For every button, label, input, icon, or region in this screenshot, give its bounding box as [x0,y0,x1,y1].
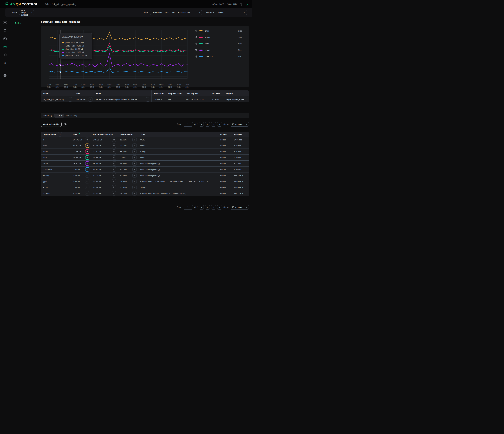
remove-series-button[interactable] [195,30,198,32]
plot-compression-button[interactable] [132,138,137,142]
header-label: Type [140,133,145,135]
database-logo-icon [5,2,9,7]
legend-series-name[interactable]: street [205,49,210,51]
columns-column-header: Uncompressed Size [91,132,118,137]
breadcrumb[interactable]: Tables / uk_price_paid_replacing [45,3,76,6]
dark-theme-moon-icon[interactable] [245,3,248,6]
plot-uncompressed-button[interactable] [112,167,116,172]
refresh-select[interactable]: 30 sec› [216,10,247,15]
size-value: 7.42 Mb [73,180,80,183]
legend-series-name[interactable]: date [205,43,209,45]
plot-size-button[interactable] [85,138,90,142]
column-name: locality [41,173,71,178]
sidebar-item-settings[interactable]: ⚙ [3,61,7,65]
page-number-input[interactable] [183,205,193,210]
plot-compression-button[interactable] [132,144,137,148]
plot-uncompressed-button[interactable] [112,173,116,177]
expand-column-button[interactable]: › [58,132,62,137]
legend-series-name[interactable]: addr1 [205,36,210,38]
remove-series-button[interactable] [195,55,198,58]
plot-uncompressed-button[interactable] [112,149,116,154]
column-row: postcode27.95 Mb30.74 Mb74.15%LowCardina… [41,166,249,173]
last-page-button[interactable]: » [217,122,222,127]
last-page-button[interactable]: » [217,205,222,210]
sidebar-item-dashboard[interactable] [3,21,7,24]
tooltip-series-metric: Size [76,55,79,56]
next-page-button[interactable]: › [211,122,216,127]
plot-size-button[interactable] [85,155,90,160]
plot-uncompressed-button[interactable] [112,155,116,160]
sidebar-item-access-keys[interactable] [3,53,7,57]
light-theme-sun-icon[interactable] [240,3,243,6]
plot-compression-button[interactable] [132,161,137,166]
plot-uncompressed-button[interactable] [112,138,116,142]
sort-field-chip[interactable]: ↺ Size [54,114,64,118]
plot-uncompressed-button[interactable] [112,144,116,148]
plot-compression-button[interactable] [132,191,137,195]
plot-uncompressed-button[interactable] [112,191,116,195]
compression-value: 75.28% [120,174,127,176]
page-of-label: of 2 [194,123,198,125]
previous-page-button[interactable]: ‹ [205,122,210,127]
plot-uncompressed-button[interactable] [112,185,116,189]
per-page-select[interactable]: 10 per page› [230,205,249,210]
column-name: street [41,161,71,166]
plot-compression-button[interactable] [132,173,137,177]
logo[interactable]: AD.QMCONTROL [5,2,38,7]
first-page-button[interactable]: « [199,205,204,210]
time-range-select[interactable]: 20/11/2024 11:00:00 - 21/11/2024 11:00:0… [150,10,202,15]
plot-uncompressed-button[interactable] [112,179,116,184]
compression-value: 0.36% [120,157,126,159]
column-compression: 75.28% [118,173,138,178]
summary-table-row: uk_price_paid_replacing 364.39 Mb red-ad… [41,96,249,102]
sidebar-item-tables-label[interactable]: Tables [15,22,37,24]
plot-compression-button[interactable] [132,155,137,160]
column-increase: 2.78 Mb [232,143,249,148]
uncompressed-value: 30.74 Mb [93,168,101,171]
plot-size-button[interactable] [85,191,90,195]
plot-size-button[interactable] [85,149,90,154]
reset-filters-button[interactable] [63,122,68,127]
legend-series-name[interactable]: postcode2 [205,55,214,58]
open-host-button[interactable] [146,97,150,102]
plot-size-button[interactable] [85,173,90,177]
plot-size-button[interactable] [85,179,90,184]
next-page-button[interactable]: › [211,205,216,210]
table-increase: 35.62 Mb [210,96,224,102]
remove-series-button[interactable] [195,49,198,51]
plot-uncompressed-button[interactable] [112,161,116,166]
customize-table-button[interactable]: Customize table [41,122,62,127]
remove-series-button[interactable] [195,36,198,39]
table-last-request: 21/11/2024 10:54:27 [184,96,210,102]
sort-descending-icon[interactable] [79,133,81,135]
hexagon-icon [3,29,7,32]
sidebar-item-profile[interactable] [3,74,7,77]
x-axis-labels: 11:00 20/1112:30 20/1114:00 20/1115:30 2… [49,84,187,88]
legend-row: postcode2Size [195,53,242,60]
per-page-select[interactable]: 10 per page› [230,122,249,127]
page-number-input[interactable] [183,122,193,127]
size-value: 7.67 Mb [73,174,80,176]
size-value: 2.73 Mb [73,192,80,194]
table-request-count: 119 [166,96,184,102]
remove-series-button[interactable] [195,42,198,45]
plot-size-button[interactable] [85,185,90,189]
plot-compression-button[interactable] [132,179,137,184]
plot-compression-button[interactable] [132,167,137,172]
open-size-chart-button[interactable] [88,97,92,102]
plot-compression-button[interactable] [132,149,137,154]
legend-row: streetSize [195,47,242,53]
plot-size-button[interactable] [85,167,90,172]
plot-size-button[interactable] [85,161,90,166]
sidebar-item-nodes[interactable] [3,29,7,32]
first-page-button[interactable]: « [199,122,204,127]
cluster-select[interactable]: red-adqm-dataset› [19,10,34,15]
plot-compression-button[interactable] [132,185,137,189]
previous-page-button[interactable]: ‹ [205,205,210,210]
column-type: LowCardinality(String) [138,161,218,166]
legend-series-name[interactable]: price [205,30,209,32]
sidebar-item-console[interactable] [3,37,7,41]
sidebar-item-tables[interactable] [3,45,7,49]
open-console-button[interactable] [68,97,72,102]
plot-size-button[interactable] [85,144,90,148]
